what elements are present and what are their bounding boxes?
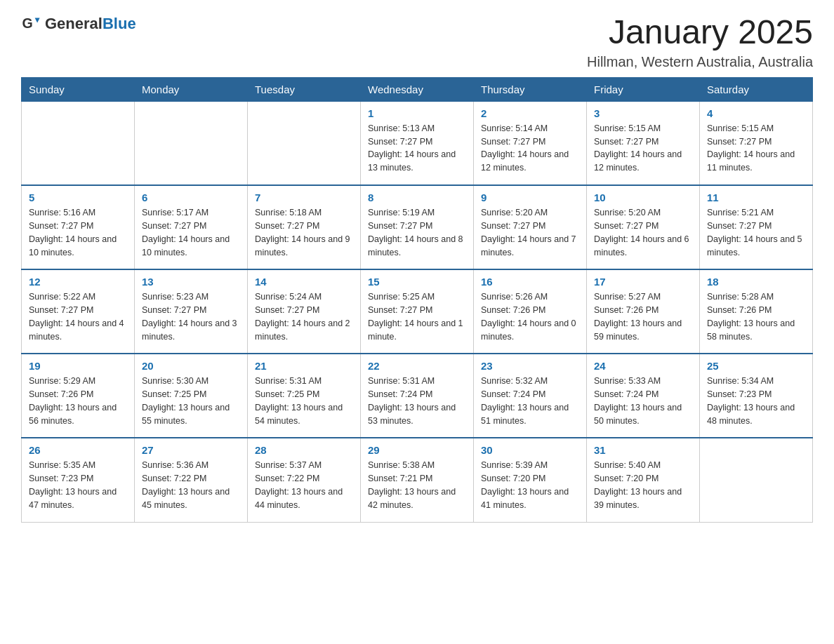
- day-number: 24: [594, 360, 692, 372]
- calendar-cell: 1Sunrise: 5:13 AM Sunset: 7:27 PM Daylig…: [361, 101, 474, 185]
- calendar-week-row: 12Sunrise: 5:22 AM Sunset: 7:27 PM Dayli…: [22, 269, 813, 354]
- calendar-cell: 19Sunrise: 5:29 AM Sunset: 7:26 PM Dayli…: [22, 354, 135, 438]
- calendar-cell: 22Sunrise: 5:31 AM Sunset: 7:24 PM Dayli…: [361, 354, 474, 438]
- calendar-cell: 28Sunrise: 5:37 AM Sunset: 7:22 PM Dayli…: [248, 438, 361, 522]
- day-number: 20: [142, 360, 240, 372]
- day-info: Sunrise: 5:31 AM Sunset: 7:25 PM Dayligh…: [255, 375, 353, 427]
- day-info: Sunrise: 5:23 AM Sunset: 7:27 PM Dayligh…: [142, 290, 240, 343]
- day-number: 31: [594, 444, 692, 456]
- day-info: Sunrise: 5:20 AM Sunset: 7:27 PM Dayligh…: [594, 206, 692, 259]
- calendar-cell: 15Sunrise: 5:25 AM Sunset: 7:27 PM Dayli…: [361, 269, 474, 354]
- calendar-cell: 26Sunrise: 5:35 AM Sunset: 7:23 PM Dayli…: [22, 438, 135, 522]
- day-number: 26: [29, 444, 127, 456]
- calendar-cell: 3Sunrise: 5:15 AM Sunset: 7:27 PM Daylig…: [587, 101, 700, 185]
- day-info: Sunrise: 5:17 AM Sunset: 7:27 PM Dayligh…: [142, 206, 240, 259]
- calendar-cell: 25Sunrise: 5:34 AM Sunset: 7:23 PM Dayli…: [700, 354, 813, 438]
- calendar-cell: 21Sunrise: 5:31 AM Sunset: 7:25 PM Dayli…: [248, 354, 361, 438]
- calendar-cell: 27Sunrise: 5:36 AM Sunset: 7:22 PM Dayli…: [135, 438, 248, 522]
- calendar-cell: 4Sunrise: 5:15 AM Sunset: 7:27 PM Daylig…: [700, 101, 813, 185]
- day-info: Sunrise: 5:20 AM Sunset: 7:27 PM Dayligh…: [481, 206, 579, 259]
- calendar-cell: 6Sunrise: 5:17 AM Sunset: 7:27 PM Daylig…: [135, 185, 248, 269]
- calendar-cell: 14Sunrise: 5:24 AM Sunset: 7:27 PM Dayli…: [248, 269, 361, 354]
- calendar-cell: 7Sunrise: 5:18 AM Sunset: 7:27 PM Daylig…: [248, 185, 361, 269]
- day-number: 28: [255, 444, 353, 456]
- day-number: 9: [481, 192, 579, 203]
- calendar-header-tuesday: Tuesday: [248, 77, 361, 101]
- logo-icon: G: [21, 14, 41, 34]
- day-number: 14: [255, 276, 353, 288]
- calendar-week-row: 26Sunrise: 5:35 AM Sunset: 7:23 PM Dayli…: [22, 438, 813, 522]
- day-info: Sunrise: 5:40 AM Sunset: 7:20 PM Dayligh…: [594, 459, 692, 511]
- day-info: Sunrise: 5:13 AM Sunset: 7:27 PM Dayligh…: [368, 122, 466, 175]
- day-info: Sunrise: 5:15 AM Sunset: 7:27 PM Dayligh…: [594, 122, 692, 175]
- calendar-header-saturday: Saturday: [700, 77, 813, 101]
- day-info: Sunrise: 5:29 AM Sunset: 7:26 PM Dayligh…: [29, 375, 127, 427]
- page-header: G GeneralBlue January 2025 Hillman, West…: [21, 14, 813, 70]
- day-info: Sunrise: 5:19 AM Sunset: 7:27 PM Dayligh…: [368, 206, 466, 259]
- day-number: 10: [594, 192, 692, 203]
- calendar-header-monday: Monday: [135, 77, 248, 101]
- calendar-cell: 31Sunrise: 5:40 AM Sunset: 7:20 PM Dayli…: [587, 438, 700, 522]
- calendar-cell: 17Sunrise: 5:27 AM Sunset: 7:26 PM Dayli…: [587, 269, 700, 354]
- logo-blue-text: Blue: [102, 15, 136, 32]
- day-number: 21: [255, 360, 353, 372]
- logo-general-text: General: [45, 15, 102, 32]
- location-title: Hillman, Western Australia, Australia: [587, 54, 813, 70]
- day-info: Sunrise: 5:39 AM Sunset: 7:20 PM Dayligh…: [481, 459, 579, 511]
- calendar-cell: 2Sunrise: 5:14 AM Sunset: 7:27 PM Daylig…: [474, 101, 587, 185]
- day-number: 23: [481, 360, 579, 372]
- calendar-cell: 13Sunrise: 5:23 AM Sunset: 7:27 PM Dayli…: [135, 269, 248, 354]
- day-number: 1: [368, 107, 466, 119]
- day-info: Sunrise: 5:28 AM Sunset: 7:26 PM Dayligh…: [707, 290, 805, 343]
- day-number: 25: [707, 360, 805, 372]
- calendar-header-friday: Friday: [587, 77, 700, 101]
- calendar-cell: 16Sunrise: 5:26 AM Sunset: 7:26 PM Dayli…: [474, 269, 587, 354]
- month-title: January 2025: [587, 14, 813, 51]
- calendar-cell: 12Sunrise: 5:22 AM Sunset: 7:27 PM Dayli…: [22, 269, 135, 354]
- calendar-cell: [700, 438, 813, 522]
- calendar-week-row: 19Sunrise: 5:29 AM Sunset: 7:26 PM Dayli…: [22, 354, 813, 438]
- calendar-header-wednesday: Wednesday: [361, 77, 474, 101]
- day-info: Sunrise: 5:25 AM Sunset: 7:27 PM Dayligh…: [368, 290, 466, 343]
- day-info: Sunrise: 5:27 AM Sunset: 7:26 PM Dayligh…: [594, 290, 692, 343]
- day-number: 17: [594, 276, 692, 288]
- day-info: Sunrise: 5:38 AM Sunset: 7:21 PM Dayligh…: [368, 459, 466, 511]
- calendar-cell: 20Sunrise: 5:30 AM Sunset: 7:25 PM Dayli…: [135, 354, 248, 438]
- title-section: January 2025 Hillman, Western Australia,…: [587, 14, 813, 70]
- day-number: 27: [142, 444, 240, 456]
- calendar-header-sunday: Sunday: [22, 77, 135, 101]
- day-number: 30: [481, 444, 579, 456]
- calendar-cell: 10Sunrise: 5:20 AM Sunset: 7:27 PM Dayli…: [587, 185, 700, 269]
- day-info: Sunrise: 5:21 AM Sunset: 7:27 PM Dayligh…: [707, 206, 805, 259]
- day-info: Sunrise: 5:31 AM Sunset: 7:24 PM Dayligh…: [368, 375, 466, 427]
- day-number: 4: [707, 107, 805, 119]
- day-info: Sunrise: 5:36 AM Sunset: 7:22 PM Dayligh…: [142, 459, 240, 511]
- svg-text:G: G: [22, 15, 32, 31]
- day-number: 2: [481, 107, 579, 119]
- svg-marker-1: [35, 18, 40, 23]
- day-info: Sunrise: 5:22 AM Sunset: 7:27 PM Dayligh…: [29, 290, 127, 343]
- day-number: 5: [29, 192, 127, 203]
- calendar-cell: 30Sunrise: 5:39 AM Sunset: 7:20 PM Dayli…: [474, 438, 587, 522]
- day-number: 22: [368, 360, 466, 372]
- day-info: Sunrise: 5:37 AM Sunset: 7:22 PM Dayligh…: [255, 459, 353, 511]
- day-info: Sunrise: 5:33 AM Sunset: 7:24 PM Dayligh…: [594, 375, 692, 427]
- calendar-cell: [22, 101, 135, 185]
- calendar-week-row: 1Sunrise: 5:13 AM Sunset: 7:27 PM Daylig…: [22, 101, 813, 185]
- day-number: 13: [142, 276, 240, 288]
- calendar-cell: [135, 101, 248, 185]
- calendar-cell: 5Sunrise: 5:16 AM Sunset: 7:27 PM Daylig…: [22, 185, 135, 269]
- day-info: Sunrise: 5:30 AM Sunset: 7:25 PM Dayligh…: [142, 375, 240, 427]
- day-info: Sunrise: 5:34 AM Sunset: 7:23 PM Dayligh…: [707, 375, 805, 427]
- day-info: Sunrise: 5:26 AM Sunset: 7:26 PM Dayligh…: [481, 290, 579, 343]
- day-number: 8: [368, 192, 466, 203]
- calendar-cell: 18Sunrise: 5:28 AM Sunset: 7:26 PM Dayli…: [700, 269, 813, 354]
- day-number: 15: [368, 276, 466, 288]
- calendar-header-thursday: Thursday: [474, 77, 587, 101]
- day-info: Sunrise: 5:14 AM Sunset: 7:27 PM Dayligh…: [481, 122, 579, 175]
- day-info: Sunrise: 5:35 AM Sunset: 7:23 PM Dayligh…: [29, 459, 127, 511]
- day-info: Sunrise: 5:32 AM Sunset: 7:24 PM Dayligh…: [481, 375, 579, 427]
- calendar-cell: 11Sunrise: 5:21 AM Sunset: 7:27 PM Dayli…: [700, 185, 813, 269]
- calendar-cell: 9Sunrise: 5:20 AM Sunset: 7:27 PM Daylig…: [474, 185, 587, 269]
- day-number: 11: [707, 192, 805, 203]
